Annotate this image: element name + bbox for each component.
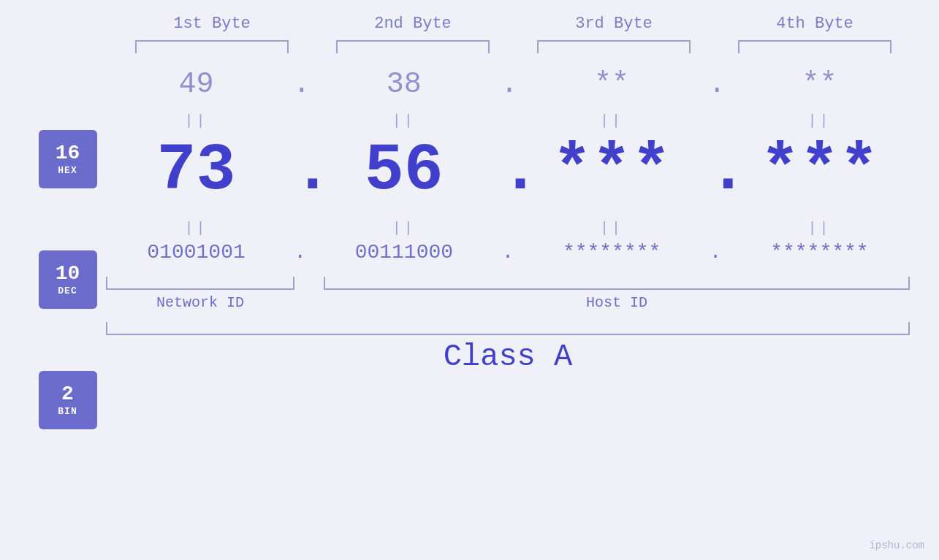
main-container: 1st Byte 2nd Byte 3rd Byte 4th Byte 16 H… — [0, 0, 939, 560]
bin-b1: 01001001 — [113, 241, 281, 264]
hex-dot3: . — [708, 68, 723, 101]
eq2-b3: || — [528, 220, 696, 237]
hex-dot1: . — [293, 68, 308, 101]
bracket-b3 — [537, 40, 691, 53]
bin-dot3: . — [708, 241, 723, 264]
network-id-label: Network ID — [106, 294, 294, 311]
data-col: 49 . 38 . ** . ** || || || || 73 — [106, 68, 910, 429]
bin-dot1: . — [293, 241, 308, 264]
network-id-bracket — [106, 277, 294, 290]
hex-b1: 49 — [113, 68, 281, 101]
byte2-header: 2nd Byte — [329, 15, 497, 33]
bracket-b4 — [738, 40, 892, 53]
bottom-labels-row: Network ID Host ID — [106, 294, 910, 311]
byte4-header: 4th Byte — [731, 15, 899, 33]
class-bracket — [106, 322, 910, 335]
hex-dot2: . — [501, 68, 515, 101]
bottom-bracket-area: Network ID Host ID — [106, 277, 910, 311]
bin-dot2: . — [501, 241, 515, 264]
eq1-b4: || — [735, 112, 903, 129]
eq2-b1: || — [113, 220, 281, 237]
eq2-b4: || — [735, 220, 903, 237]
hex-b2: 38 — [320, 68, 488, 101]
dec-dot3: . — [708, 134, 723, 208]
bottom-brackets-row — [106, 277, 910, 290]
outer-bracket-area: Class A — [106, 322, 910, 375]
dec-b1: 73 — [113, 138, 281, 204]
hex-b4: ** — [735, 68, 903, 101]
bin-b4: ******** — [735, 241, 903, 264]
bin-b2: 00111000 — [320, 241, 488, 264]
eq2-b2: || — [320, 220, 488, 237]
equals-row-2: || || || || — [106, 220, 910, 237]
bin-b3: ******** — [528, 241, 696, 264]
hex-b3: ** — [528, 68, 696, 101]
dec-dot2: . — [501, 134, 515, 208]
eq1-b1: || — [113, 112, 281, 129]
byte-headers: 1st Byte 2nd Byte 3rd Byte 4th Byte — [112, 15, 916, 33]
bin-row: 01001001 . 00111000 . ******** . *******… — [106, 241, 910, 264]
bracket-b1 — [135, 40, 289, 53]
bin-badge: 2 BIN — [39, 371, 97, 429]
host-id-bracket — [324, 277, 910, 290]
dec-row: 73 . 56 . *** . *** — [106, 134, 910, 208]
dec-b3: *** — [528, 138, 696, 204]
host-id-label: Host ID — [324, 294, 910, 311]
hex-badge: 16 HEX — [39, 130, 97, 188]
bracket-gap1 — [294, 277, 324, 290]
eq1-b2: || — [320, 112, 488, 129]
header-brackets — [112, 40, 916, 53]
dec-badge: 10 DEC — [39, 250, 97, 309]
data-layout: 16 HEX 10 DEC 2 BIN 49 . 38 . ** . ** — [0, 68, 939, 429]
equals-row-1: || || || || — [106, 112, 910, 129]
byte1-header: 1st Byte — [128, 15, 296, 33]
hex-row: 49 . 38 . ** . ** — [106, 68, 910, 101]
watermark: ipshu.com — [869, 540, 924, 551]
class-label: Class A — [106, 340, 910, 375]
byte3-header: 3rd Byte — [530, 15, 698, 33]
dec-b4: *** — [735, 138, 903, 204]
dec-dot1: . — [293, 134, 308, 208]
eq1-b3: || — [528, 112, 696, 129]
dec-b2: 56 — [320, 138, 488, 204]
base-badges-col: 16 HEX 10 DEC 2 BIN — [29, 68, 106, 429]
bracket-b2 — [336, 40, 490, 53]
